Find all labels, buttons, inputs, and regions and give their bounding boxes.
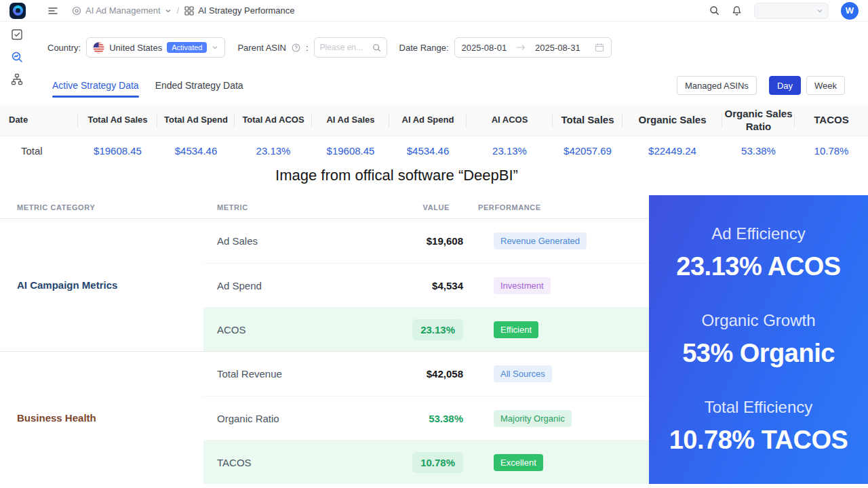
us-flag-icon — [93, 42, 104, 54]
kpi-label: Organic Growth — [682, 311, 835, 330]
grid-icon — [184, 6, 194, 16]
tab-active-strategy-data[interactable]: Active Strategy Data — [52, 80, 139, 91]
total-row-cell: $19608.45 — [78, 145, 157, 157]
metric-name: Ad Sales — [217, 235, 380, 247]
metric-name: Ad Spend — [217, 280, 380, 291]
column-header-total-ad-acos: Total Ad ACOS — [235, 115, 312, 125]
performance-badge: All Sources — [494, 365, 552, 382]
country-label: Country: — [47, 43, 81, 53]
total-row-cell: 23.13% — [235, 145, 312, 157]
total-row-cell: $42057.69 — [553, 145, 623, 157]
metric-value: 53.38% — [429, 413, 463, 424]
parent-asin-label: Parent ASIN — [237, 43, 286, 53]
target-icon — [72, 6, 81, 16]
parent-asin-input-box — [314, 37, 387, 58]
kpi-overlay-panel: Ad Efficiency 23.13% ACOS Organic Growth… — [649, 195, 868, 484]
metric-name: Total Revenue — [217, 368, 380, 380]
performance-badge: Investment — [494, 277, 551, 294]
date-start[interactable]: 2025-08-01 — [462, 43, 507, 53]
metric-value: $42,058 — [427, 368, 463, 380]
column-header-ai-ad-spend: AI Ad Spend — [389, 115, 467, 125]
country-select[interactable]: United States Activated — [86, 37, 225, 58]
total-row-label: Total — [0, 145, 78, 157]
kpi-label: Ad Efficiency — [676, 224, 840, 243]
column-header-ai-acos: AI ACOS — [467, 115, 553, 125]
total-row-cell: $4534.46 — [389, 145, 467, 157]
sidebar-item-performance-search-icon[interactable] — [11, 51, 23, 63]
chevron-down-icon[interactable] — [165, 7, 172, 14]
performance-badge: Revenue Generated — [494, 232, 587, 249]
breadcrumb-section[interactable]: AI Ad Management — [85, 5, 161, 16]
info-icon — [292, 43, 300, 52]
arrow-right-icon — [516, 44, 526, 51]
search-icon[interactable] — [372, 43, 381, 52]
column-header-tacos: TACOS — [795, 114, 868, 127]
day-button[interactable]: Day — [769, 76, 801, 95]
activated-badge: Activated — [167, 42, 207, 53]
avatar[interactable]: W — [841, 2, 859, 20]
parent-asin-filter: Parent ASIN : — [237, 37, 387, 58]
bell-icon[interactable] — [732, 5, 742, 16]
date-range-label: Date Range: — [399, 43, 449, 53]
parent-asin-colon: : — [306, 43, 309, 53]
managed-asins-button[interactable]: Managed ASINs — [677, 76, 757, 95]
column-header-organic-sales: Organic Sales — [623, 114, 722, 127]
kpi-value: 23.13% ACOS — [676, 252, 840, 281]
metric-value: $4,534 — [432, 280, 463, 291]
total-row-cell: 10.78% — [795, 145, 868, 157]
breadcrumb-page: AI Strategy Performance — [198, 5, 294, 16]
chevron-down-icon — [816, 7, 823, 14]
column-header-total-ad-sales: Total Ad Sales — [78, 115, 157, 125]
summary-table: Date Total Ad Sales Total Ad Spend Total… — [0, 105, 868, 165]
country-value: United States — [109, 43, 162, 53]
date-range-picker[interactable]: 2025-08-01 2025-08-31 — [454, 37, 612, 58]
metric-value: $19,608 — [427, 235, 463, 247]
search-icon[interactable] — [709, 5, 719, 16]
parent-asin-input[interactable] — [320, 43, 370, 52]
table-row-total: Total $19608.45 $4534.46 23.13% $19608.4… — [0, 136, 868, 165]
column-header-total-sales: Total Sales — [553, 114, 623, 127]
sidebar-item-strategy-check-icon[interactable] — [11, 28, 23, 41]
category-label: Business Health — [0, 352, 203, 484]
tab-ended-strategy-data[interactable]: Ended Strategy Data — [155, 80, 243, 91]
header-metric: METRIC — [203, 203, 366, 211]
logo-ring-icon — [13, 5, 23, 16]
kpi-ad-efficiency: Ad Efficiency 23.13% ACOS — [676, 224, 840, 281]
metric-value: 10.78% — [412, 452, 463, 473]
tabs-buttons: Managed ASINs Day Week — [677, 76, 868, 95]
metric-value: 23.13% — [412, 319, 463, 340]
kpi-value: 53% Organic — [682, 339, 835, 368]
topbar-actions: W — [709, 2, 859, 20]
topbar-select[interactable] — [754, 3, 829, 19]
breadcrumb-separator: / — [177, 5, 180, 16]
tabs-row: Active Strategy Data Ended Strategy Data… — [0, 75, 868, 96]
deepbi-logo[interactable] — [9, 3, 26, 19]
menu-collapse-icon[interactable] — [47, 5, 58, 16]
date-end[interactable]: 2025-08-31 — [535, 43, 580, 53]
kpi-total-efficiency: Total Efficiency 10.78% TACOS — [669, 398, 848, 455]
performance-badge: Majority Organic — [494, 410, 572, 427]
header-performance: PERFORMANCE — [478, 203, 541, 211]
column-header-ai-ad-sales: AI Ad Sales — [312, 115, 389, 125]
performance-badge: Excellent — [494, 454, 543, 471]
topbar: AI Ad Management / AI Strategy Performan… — [0, 0, 868, 22]
category-label: AI Campaign Metrics — [0, 219, 203, 351]
performance-badge: Efficient — [494, 321, 538, 338]
breadcrumb: AI Ad Management / AI Strategy Performan… — [72, 5, 295, 16]
total-row-cell: 53.38% — [722, 145, 795, 157]
total-row-cell: $4534.46 — [157, 145, 235, 157]
total-row-cell: 23.13% — [467, 145, 553, 157]
column-header-date: Date — [0, 115, 78, 125]
header-metric-category: METRIC CATEGORY — [0, 203, 203, 211]
kpi-organic-growth: Organic Growth 53% Organic — [682, 311, 835, 368]
chevron-down-icon — [212, 44, 218, 51]
metric-name: Organic Ratio — [217, 413, 380, 424]
week-button[interactable]: Week — [806, 76, 845, 95]
image-caption: Image from offical software “DeepBI” — [0, 167, 793, 184]
kpi-label: Total Efficiency — [669, 398, 848, 417]
column-header-organic-sales-ratio: Organic Sales Ratio — [722, 108, 795, 134]
header-value: VALUE — [366, 203, 450, 211]
column-header-total-ad-spend: Total Ad Spend — [157, 115, 235, 125]
total-row-cell: $19608.45 — [312, 145, 389, 157]
kpi-value: 10.78% TACOS — [669, 426, 848, 455]
